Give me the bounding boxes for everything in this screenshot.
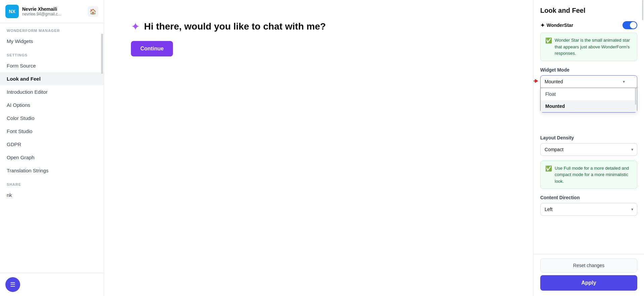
sidebar-item-gdpr[interactable]: GDPR [0,138,104,151]
dropdown-scrollbar-thumb [635,88,636,105]
check-circle-icon: ✅ [545,37,552,44]
wonder-star-row: ✦ WonderStar [540,21,637,29]
widget-mode-dropdown[interactable]: Mounted ▾ Float Mounted [540,75,637,88]
content-direction-label: Content Direction [540,195,637,200]
right-panel-scrollbar-thumb [642,0,643,20]
layout-density-select-wrapper: Full Compact ▾ [540,143,637,156]
sidebar-scrollbar-thumb [101,34,103,74]
user-name: Nevrie Xhemaili [22,6,84,12]
panel-title: Look and Feel [540,7,637,14]
user-email: nevriee.94@gmail.c... [22,12,84,16]
sidebar-item-look-and-feel[interactable]: Look and Feel [0,72,104,85]
chat-intro: ✦ Hi there, would you like to chat with … [131,20,326,56]
settings-label: SETTINGS [0,48,104,59]
content-direction-select-wrapper: Left Right ▾ [540,203,637,216]
wonder-star-info-box: ✅ Wonder Star is the small animated star… [540,33,637,61]
right-panel: Look and Feel ✦ WonderStar ✅ Wonder Star… [533,0,644,296]
widget-mode-option-mounted[interactable]: Mounted [541,100,637,112]
widget-mode-label: Widget Mode [540,67,637,73]
share-label: SHARE [0,177,104,188]
right-panel-scroll: Look and Feel ✦ WonderStar ✅ Wonder Star… [534,0,644,254]
avatar: NX [5,5,19,18]
red-arrow-indicator [534,77,538,86]
content-direction-select[interactable]: Left Right [540,203,637,216]
content-direction-section: Content Direction Left Right ▾ [540,195,637,216]
wonder-star-info-text: Wonder Star is the small animated star t… [555,37,632,57]
layout-density-select[interactable]: Full Compact [540,143,637,156]
user-info: Nevrie Xhemaili nevriee.94@gmail.c... [22,6,84,16]
apply-button[interactable]: Apply [540,275,637,291]
widget-mode-menu: Float Mounted [540,88,637,113]
sidebar-item-open-graph[interactable]: Open Graph [0,151,104,164]
svg-marker-0 [535,79,538,83]
continue-button[interactable]: Continue [131,41,173,56]
sidebar-item-form-source[interactable]: Form Source [0,59,104,72]
chat-greeting: ✦ Hi there, would you like to chat with … [131,20,326,33]
chevron-down-icon: ▾ [623,79,625,84]
widget-mode-trigger[interactable]: Mounted ▾ [540,75,637,88]
layout-density-info-box: ✅ Use Full mode for a more detailed and … [540,161,637,189]
wonder-star-label: ✦ WonderStar [540,22,573,29]
sidebar-item-introduction-editor[interactable]: Introduction Editor [0,85,104,98]
main-content: ✦ Hi there, would you like to chat with … [104,0,533,296]
reset-button[interactable]: Reset changes [540,258,637,272]
sidebar-item-font-studio[interactable]: Font Studio [0,125,104,138]
sidebar-item-ai-options[interactable]: AI Options [0,98,104,112]
layout-density-label: Layout Density [540,135,637,140]
wonder-star-icon: ✦ [540,22,545,29]
sidebar-item-color-studio[interactable]: Color Studio [0,112,104,125]
menu-fab-button[interactable]: ☰ [5,277,20,292]
panel-footer: Reset changes Apply [534,254,644,296]
sidebar-header: NX Nevrie Xhemaili nevriee.94@gmail.c...… [0,0,104,23]
layout-density-section: Layout Density Full Compact ▾ ✅ Use Full… [540,135,637,189]
widget-mode-option-float[interactable]: Float [541,88,637,100]
sidebar: NX Nevrie Xhemaili nevriee.94@gmail.c...… [0,0,104,296]
sidebar-scroll: WONDERFORM MANAGER My Widgets SETTINGS F… [0,23,104,296]
sidebar-item-my-widgets[interactable]: My Widgets [0,35,104,48]
greeting-text: Hi there, would you like to chat with me… [144,21,326,32]
right-panel-scrollbar [642,0,643,296]
toggle-knob [630,22,637,29]
star-icon: ✦ [131,20,140,33]
sidebar-scrollbar [101,20,103,296]
layout-density-info-text: Use Full mode for a more detailed and co… [555,165,632,185]
home-button[interactable]: 🏠 [88,6,98,17]
sidebar-bottom: ☰ [0,273,104,296]
check-circle-icon-2: ✅ [545,165,552,172]
sidebar-item-translation-strings[interactable]: Translation Strings [0,164,104,177]
sidebar-item-share-link[interactable]: nk [0,188,104,202]
manager-label: WONDERFORM MANAGER [0,23,104,35]
dropdown-scrollbar [635,88,636,112]
wonder-star-toggle[interactable] [623,21,637,29]
